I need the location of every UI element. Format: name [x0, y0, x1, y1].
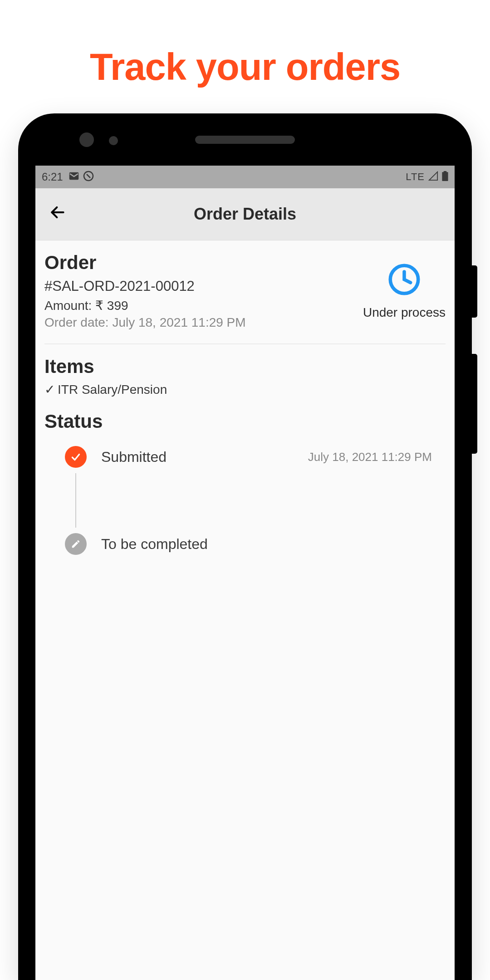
- timeline-label: To be completed: [101, 536, 208, 553]
- svg-rect-3: [444, 171, 447, 172]
- status-section: Status Submitted July 18, 2021 11:29 PM: [44, 397, 446, 555]
- clock-icon: [386, 261, 423, 300]
- items-section: Items ✓ITR Salary/Pension: [44, 344, 446, 397]
- timeline-label: Submitted: [101, 449, 167, 466]
- status-heading: Status: [44, 411, 446, 432]
- camera-dot: [109, 136, 118, 145]
- timeline-connector: [75, 473, 76, 528]
- status-bar-time: 6:21: [42, 171, 63, 183]
- sync-off-icon: [83, 171, 94, 183]
- android-status-bar: 6:21: [35, 166, 455, 188]
- items-heading: Items: [44, 356, 446, 377]
- check-circle-icon: [65, 446, 87, 468]
- phone-frame: 6:21: [18, 113, 472, 980]
- phone-screen: 6:21: [35, 166, 455, 980]
- timeline-date: July 18, 2021 11:29 PM: [308, 450, 446, 464]
- phone-side-button: [472, 265, 477, 318]
- order-summary-section: Order #SAL-ORD-2021-00012 Amount: ₹ 399 …: [44, 252, 446, 344]
- mail-icon: [69, 171, 79, 183]
- order-amount: Amount: ₹ 399: [44, 298, 363, 313]
- app-header: Order Details: [35, 188, 455, 240]
- pencil-circle-icon: [65, 533, 87, 555]
- marketing-headline: Track your orders: [0, 45, 490, 89]
- content-area: Order #SAL-ORD-2021-00012 Amount: ₹ 399 …: [35, 240, 455, 566]
- item-name: ITR Salary/Pension: [58, 382, 167, 397]
- timeline-item-submitted: Submitted July 18, 2021 11:29 PM: [65, 446, 446, 468]
- timeline-item-pending: To be completed: [65, 533, 446, 555]
- order-status-label: Under process: [363, 305, 446, 320]
- phone-side-button: [472, 354, 477, 454]
- order-heading: Order: [44, 252, 363, 274]
- svg-rect-2: [442, 172, 448, 181]
- back-button[interactable]: [49, 204, 66, 225]
- network-type: LTE: [406, 171, 425, 183]
- status-timeline: Submitted July 18, 2021 11:29 PM To be: [44, 446, 446, 555]
- checkmark-icon: ✓: [44, 382, 55, 397]
- camera-dot: [79, 132, 94, 147]
- page-title: Order Details: [194, 205, 296, 224]
- phone-bezel: [18, 113, 472, 166]
- signal-icon: [428, 171, 438, 183]
- speaker-grille: [195, 136, 295, 144]
- order-date: Order date: July 18, 2021 11:29 PM: [44, 315, 363, 330]
- list-item: ✓ITR Salary/Pension: [44, 382, 446, 397]
- battery-icon: [442, 171, 448, 183]
- order-id: #SAL-ORD-2021-00012: [44, 278, 363, 294]
